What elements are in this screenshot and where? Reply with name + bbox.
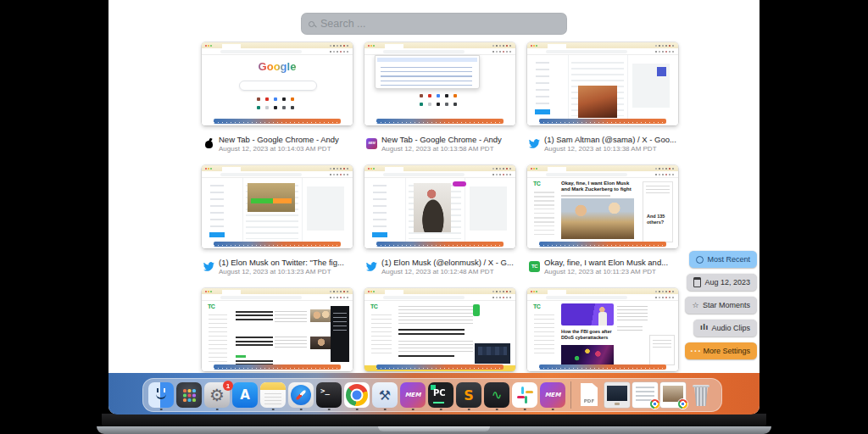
star-icon — [692, 302, 699, 309]
dock-mem[interactable] — [540, 379, 565, 411]
audio-icon — [700, 325, 708, 332]
screenshot-title: New Tab - Google Chrome - Andy — [381, 135, 502, 144]
thumb-browser-tabbar — [364, 42, 515, 48]
dock-terminal[interactable] — [316, 379, 342, 411]
thumb-mini-dock — [539, 119, 666, 124]
thumb-mini-dock — [376, 364, 504, 370]
macbook-frame: Google New Tab - Google Chrome - Andy Au… — [0, 0, 868, 434]
thumb-content-block — [475, 343, 510, 364]
activity-monitor-icon — [484, 382, 509, 408]
dock-minimized-window-image[interactable] — [660, 379, 686, 411]
screenshot-thumbnail — [527, 42, 678, 125]
running-indicator-dot — [552, 409, 554, 411]
dock-chrome[interactable] — [344, 379, 370, 411]
thumb-mini-dock — [376, 242, 504, 247]
slack-icon — [512, 382, 537, 408]
apple-icon — [203, 138, 214, 149]
screenshot-card[interactable]: Google New Tab - Google Chrome - Andy Au… — [202, 42, 353, 154]
running-indicator-dot — [356, 409, 359, 411]
screenshot-card[interactable]: (1) Elon Musk (@elonmusk) / X - G... Aug… — [364, 165, 515, 277]
thumb-content-block — [649, 335, 675, 365]
twitter-icon — [203, 261, 214, 272]
dock-minimized-window-tweet[interactable] — [632, 379, 658, 411]
sublime-text-icon — [456, 382, 481, 408]
sidebar-button-more-settings[interactable]: More Settings — [685, 342, 757, 359]
screenshot-grid: Google New Tab - Google Chrome - Andy Au… — [202, 42, 678, 400]
dock-app-store[interactable] — [232, 379, 258, 411]
screenshot-timestamp: August 12, 2023 at 10:13:58 AM PDT — [381, 145, 502, 153]
dock-mem[interactable] — [400, 379, 426, 411]
chrome-icon — [344, 382, 370, 408]
screenshot-caption: New Tab - Google Chrome - Andy August 12… — [202, 132, 353, 154]
sidebar-button-label: Audio Clips — [711, 324, 750, 332]
thumb-mini-dock — [214, 242, 341, 247]
thumb-content-block — [561, 303, 614, 326]
thumb-browser-urlbar — [527, 294, 678, 301]
notification-badge: 1 — [223, 381, 233, 391]
dock-minimized-window-dark[interactable] — [604, 379, 630, 411]
sidebar-button-audio-clips[interactable]: Audio Clips — [693, 320, 757, 337]
thumb-browser-urlbar — [202, 294, 353, 301]
screenshot-card[interactable]: (1) Elon Musk on Twitter: "The fig... Au… — [202, 165, 353, 277]
circle-icon — [696, 256, 704, 264]
thumb-mini-dock — [539, 364, 666, 370]
search-bar[interactable] — [301, 13, 567, 35]
dock-safari[interactable] — [288, 379, 314, 411]
dock-xcode[interactable] — [372, 379, 398, 411]
running-indicator-dot — [328, 409, 331, 411]
screenshot-card[interactable]: New Tab - Google Chrome - Andy August 12… — [364, 42, 515, 154]
thumb-browser-tabbar — [527, 42, 678, 48]
trash-icon — [688, 382, 714, 408]
thumb-browser-tabbar — [202, 165, 353, 171]
running-indicator-dot — [160, 409, 163, 411]
running-indicator-dot — [468, 409, 470, 411]
screenshot-thumbnail: What founders say about TechCrunch Disru… — [364, 288, 515, 371]
thumb-logo-text: Google — [202, 60, 353, 73]
sidebar-button-star-moments[interactable]: Star Moments — [685, 297, 757, 314]
screenshot-timestamp: August 12, 2023 at 10:13:38 AM PDT — [544, 145, 676, 153]
dock-launchpad[interactable] — [176, 379, 202, 411]
sidebar-button-most-recent[interactable]: Most Recent — [689, 251, 757, 268]
thumb-content-block — [643, 181, 673, 242]
dock-activity-monitor[interactable] — [484, 379, 509, 411]
minimized-window-image-icon — [660, 382, 686, 408]
screenshot-timestamp: August 12, 2023 at 10:13:23 AM PDT — [219, 268, 344, 275]
dock-pdf-document[interactable] — [576, 379, 602, 411]
thumb-mini-dock — [214, 364, 341, 370]
thumb-page-content: How the FBI goes after DDoS cyberattacke… — [527, 301, 678, 371]
thumb-page-content — [364, 178, 515, 248]
dock-system-settings[interactable]: 1 — [204, 379, 230, 411]
dock-trash[interactable] — [688, 379, 714, 411]
dock-notes[interactable] — [260, 379, 286, 411]
thumb-headline-text: Okay, fine, I want Elon Musk and Mark Zu… — [561, 181, 639, 192]
thumb-page-content — [202, 178, 353, 248]
thumb-browser-urlbar — [527, 171, 678, 178]
thumb-page-content: What founders say about TechCrunch Disru… — [364, 301, 515, 371]
dock-sublime-text[interactable] — [456, 379, 481, 411]
screenshot-caption: (1) Elon Musk (@elonmusk) / X - G... Aug… — [364, 255, 515, 277]
sidebar-button-aug-12-2023[interactable]: Aug 12, 2023 — [687, 274, 757, 291]
thumb-page-content: Google — [202, 55, 353, 125]
screenshot-timestamp: August 12, 2023 at 10:14:03 AM PDT — [219, 145, 339, 153]
dock-pycharm[interactable] — [428, 379, 453, 411]
calendar-icon — [693, 279, 701, 287]
screenshot-card[interactable]: Okay, fine, I want Elon Musk and Mark Zu… — [527, 165, 678, 277]
thumb-browser-urlbar — [364, 294, 515, 301]
thumb-ad-text: And 135 others? — [647, 214, 670, 225]
thumb-content-block — [310, 337, 332, 349]
running-indicator-dot — [496, 409, 498, 411]
dock-finder[interactable] — [148, 379, 174, 411]
twitter-icon — [366, 261, 377, 272]
screenshot-thumbnail: Google — [202, 42, 353, 125]
running-indicator-dot — [384, 409, 387, 411]
search-input[interactable] — [319, 17, 559, 31]
screenshot-timestamp: August 12, 2023 at 10:12:48 AM PDT — [381, 268, 514, 275]
screenshot-thumbnail — [364, 165, 515, 248]
screenshot-card[interactable]: (1) Sam Altman (@sama) / X - Goo... Augu… — [527, 42, 678, 154]
thumb-mini-dock — [214, 119, 341, 124]
thumb-browser-urlbar — [202, 48, 353, 55]
dock-slack[interactable] — [512, 379, 537, 411]
thumb-browser-tabbar — [364, 165, 515, 171]
search-icon — [309, 21, 314, 27]
thumb-browser-urlbar — [202, 171, 353, 178]
